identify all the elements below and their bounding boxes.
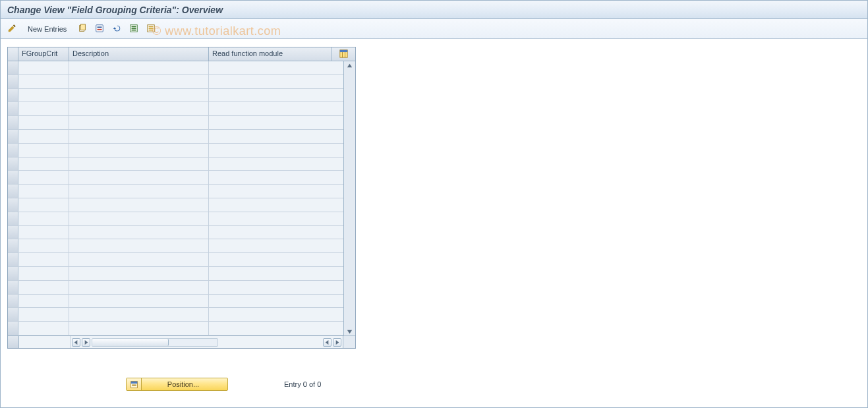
cell-read-function-module[interactable] xyxy=(209,281,343,294)
table-row[interactable] xyxy=(8,198,343,212)
hscroll-right-button[interactable] xyxy=(82,338,90,347)
position-button[interactable]: Position... xyxy=(126,378,228,391)
cell-description[interactable] xyxy=(69,158,209,171)
column-header-read-function-module[interactable]: Read function module xyxy=(209,47,332,61)
hscroll-left-button-2[interactable] xyxy=(323,338,332,347)
row-selector[interactable] xyxy=(8,102,18,115)
cell-fgroupcrit[interactable] xyxy=(18,89,69,102)
cell-description[interactable] xyxy=(69,239,209,252)
cell-description[interactable] xyxy=(69,144,209,157)
cell-description[interactable] xyxy=(69,308,209,321)
table-row[interactable] xyxy=(8,267,343,281)
cell-read-function-module[interactable] xyxy=(209,239,343,252)
cell-read-function-module[interactable] xyxy=(209,308,343,321)
cell-fgroupcrit[interactable] xyxy=(18,281,69,294)
cell-fgroupcrit[interactable] xyxy=(18,226,69,239)
cell-description[interactable] xyxy=(69,61,209,74)
cell-fgroupcrit[interactable] xyxy=(18,158,69,171)
row-selector[interactable] xyxy=(8,308,18,321)
cell-read-function-module[interactable] xyxy=(209,75,343,88)
cell-description[interactable] xyxy=(69,185,209,198)
undo-change-button[interactable] xyxy=(109,22,124,36)
hscroll-left-button[interactable] xyxy=(72,338,80,347)
cell-fgroupcrit[interactable] xyxy=(18,61,69,74)
cell-description[interactable] xyxy=(69,171,209,184)
hscroll-track[interactable] xyxy=(92,338,218,347)
cell-description[interactable] xyxy=(69,102,209,115)
column-header-description[interactable]: Description xyxy=(69,47,209,61)
row-selector[interactable] xyxy=(8,116,18,129)
cell-read-function-module[interactable] xyxy=(209,61,343,74)
deselect-all-button[interactable] xyxy=(144,22,158,36)
hscroll-right-button-2[interactable] xyxy=(333,338,341,347)
cell-description[interactable] xyxy=(69,226,209,239)
row-selector[interactable] xyxy=(8,267,18,280)
cell-fgroupcrit[interactable] xyxy=(18,239,69,252)
scroll-up-icon[interactable] xyxy=(347,62,353,69)
cell-read-function-module[interactable] xyxy=(209,116,343,129)
cell-read-function-module[interactable] xyxy=(209,253,343,266)
table-corner[interactable] xyxy=(8,47,18,61)
row-selector[interactable] xyxy=(8,130,18,143)
cell-fgroupcrit[interactable] xyxy=(18,171,69,184)
cell-description[interactable] xyxy=(69,281,209,294)
cell-read-function-module[interactable] xyxy=(209,171,343,184)
cell-read-function-module[interactable] xyxy=(209,322,343,335)
row-selector[interactable] xyxy=(8,212,18,225)
scroll-down-icon[interactable] xyxy=(347,328,353,335)
table-row[interactable] xyxy=(8,322,343,335)
vertical-scrollbar[interactable] xyxy=(343,61,355,335)
cell-fgroupcrit[interactable] xyxy=(18,322,69,335)
table-row[interactable] xyxy=(8,61,343,75)
cell-fgroupcrit[interactable] xyxy=(18,267,69,280)
configure-columns-button[interactable] xyxy=(332,47,355,61)
new-entries-button[interactable]: New Entries xyxy=(22,22,72,36)
table-row[interactable] xyxy=(8,75,343,89)
row-selector[interactable] xyxy=(8,239,18,252)
toggle-change-button[interactable] xyxy=(5,22,19,36)
delete-button[interactable] xyxy=(92,22,107,36)
row-selector[interactable] xyxy=(8,198,18,212)
cell-description[interactable] xyxy=(69,116,209,129)
cell-fgroupcrit[interactable] xyxy=(18,75,69,88)
column-header-fgroupcrit[interactable]: FGroupCrit xyxy=(18,47,69,61)
cell-read-function-module[interactable] xyxy=(209,198,343,212)
table-row[interactable] xyxy=(8,185,343,198)
table-row[interactable] xyxy=(8,158,343,171)
cell-fgroupcrit[interactable] xyxy=(18,198,69,212)
table-row[interactable] xyxy=(8,130,343,144)
cell-description[interactable] xyxy=(69,130,209,143)
row-selector[interactable] xyxy=(8,144,18,157)
cell-read-function-module[interactable] xyxy=(209,185,343,198)
table-row[interactable] xyxy=(8,308,343,322)
horizontal-scrollbar[interactable] xyxy=(71,336,219,348)
cell-description[interactable] xyxy=(69,295,209,308)
cell-read-function-module[interactable] xyxy=(209,267,343,280)
table-row[interactable] xyxy=(8,212,343,226)
row-selector[interactable] xyxy=(8,281,18,294)
table-row[interactable] xyxy=(8,295,343,308)
row-selector[interactable] xyxy=(8,295,18,308)
cell-fgroupcrit[interactable] xyxy=(18,144,69,157)
row-selector[interactable] xyxy=(8,75,18,88)
copy-as-button[interactable] xyxy=(75,22,90,36)
cell-read-function-module[interactable] xyxy=(209,295,343,308)
row-selector[interactable] xyxy=(8,322,18,335)
select-all-button[interactable] xyxy=(127,22,141,36)
cell-read-function-module[interactable] xyxy=(209,102,343,115)
table-row[interactable] xyxy=(8,144,343,158)
cell-read-function-module[interactable] xyxy=(209,226,343,239)
row-selector[interactable] xyxy=(8,171,18,184)
cell-fgroupcrit[interactable] xyxy=(18,102,69,115)
table-row[interactable] xyxy=(8,281,343,295)
row-selector[interactable] xyxy=(8,61,18,74)
table-row[interactable] xyxy=(8,102,343,116)
cell-read-function-module[interactable] xyxy=(209,130,343,143)
cell-fgroupcrit[interactable] xyxy=(18,253,69,266)
cell-fgroupcrit[interactable] xyxy=(18,295,69,308)
table-row[interactable] xyxy=(8,226,343,240)
cell-fgroupcrit[interactable] xyxy=(18,185,69,198)
cell-read-function-module[interactable] xyxy=(209,158,343,171)
cell-description[interactable] xyxy=(69,212,209,225)
cell-description[interactable] xyxy=(69,322,209,335)
